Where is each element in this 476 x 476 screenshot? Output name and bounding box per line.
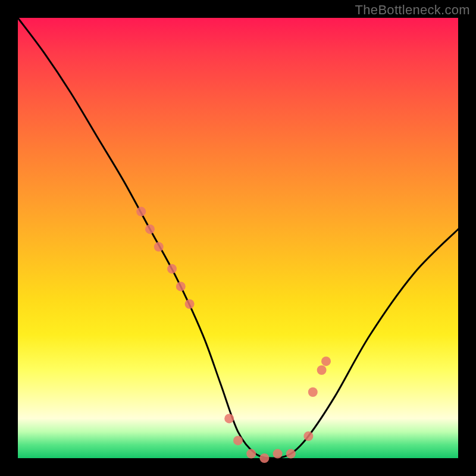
marker-dot [154,242,164,252]
marker-dot [167,264,177,274]
marker-dot [259,453,269,463]
marker-dot [321,356,331,366]
highlight-markers [136,207,331,463]
marker-dot [308,387,318,397]
marker-dot [145,224,155,234]
marker-dot [185,299,195,309]
marker-dot [303,431,313,441]
marker-dot [176,281,186,291]
chart-svg [18,18,458,458]
marker-dot [246,449,256,459]
chart-frame [18,18,458,458]
marker-dot [286,449,296,459]
marker-dot [224,414,234,423]
marker-dot [136,207,146,217]
marker-dot [317,365,327,375]
bottleneck-curve [18,18,458,458]
watermark-text: TheBottleneck.com [355,2,470,18]
marker-dot [233,436,243,445]
marker-dot [273,449,283,459]
